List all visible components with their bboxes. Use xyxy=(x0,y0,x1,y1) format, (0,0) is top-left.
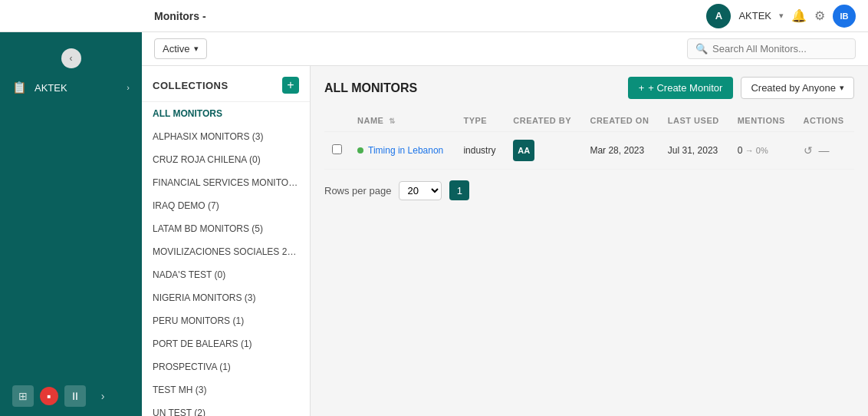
collections-header: COLLECTIONS + xyxy=(142,66,310,102)
plus-icon: + xyxy=(639,82,645,94)
col-actions: ACTIONS xyxy=(796,110,854,132)
row-last-used: Jul 31, 2023 xyxy=(660,132,730,170)
main-content: Active ▾ 🔍 COLLECTIONS + ALL MONITORSALP… xyxy=(142,32,868,416)
collections-panel: COLLECTIONS + ALL MONITORSALPHASIX MONIT… xyxy=(142,66,311,416)
grid-icon-btn[interactable]: ⊞ xyxy=(12,385,34,407)
rows-per-page-label: Rows per page xyxy=(324,185,391,196)
pagination: Rows per page 20 50 100 1 xyxy=(324,180,854,200)
content-area: COLLECTIONS + ALL MONITORSALPHASIX MONIT… xyxy=(142,66,868,416)
topbar-title: Monitors - xyxy=(154,10,206,22)
sort-icon: ⇅ xyxy=(389,117,396,125)
col-name[interactable]: NAME ⇅ xyxy=(350,110,455,132)
search-box[interactable]: 🔍 xyxy=(687,38,856,59)
active-filter-btn[interactable]: Active ▾ xyxy=(154,38,207,59)
username-label: AKTEK xyxy=(738,10,771,21)
col-last-used: LAST USED xyxy=(660,110,730,132)
sidebar-item-label-listen: AKTEK xyxy=(35,82,119,94)
collection-item[interactable]: UN TEST (2) xyxy=(142,401,310,416)
collections-title: COLLECTIONS xyxy=(153,80,229,91)
col-mentions: MENTIONS xyxy=(730,110,796,132)
row-type: industry xyxy=(455,132,505,170)
add-collection-btn[interactable]: + xyxy=(282,77,299,94)
col-type: TYPE xyxy=(455,110,505,132)
row-mentions: 0 → 0% xyxy=(730,132,796,170)
created-by-avatar: AA xyxy=(513,140,534,161)
collection-item[interactable]: TEST MH (3) xyxy=(142,378,310,401)
col-checkbox xyxy=(324,110,350,132)
monitor-name-text[interactable]: Timing in Lebanon xyxy=(368,145,443,156)
search-input[interactable] xyxy=(712,43,847,54)
table-row: Timing in Lebanon industry AA Mar 28, 20… xyxy=(324,132,854,170)
collection-item[interactable]: PORT DE BALEARS (1) xyxy=(142,332,310,355)
col-created-on: CREATED ON xyxy=(582,110,659,132)
collections-list: ALL MONITORSALPHASIX MONITORS (3)CRUZ RO… xyxy=(142,102,310,416)
search-icon: 🔍 xyxy=(695,43,708,54)
collection-item[interactable]: IRAQ DEMO (7) xyxy=(142,194,310,217)
expand-icon-btn[interactable]: › xyxy=(92,385,113,407)
collection-item[interactable]: ALPHASIX MONITORS (3) xyxy=(142,125,310,148)
row-created-on: Mar 28, 2023 xyxy=(582,132,659,170)
bell-icon[interactable]: 🔔 xyxy=(791,8,807,23)
row-name: Timing in Lebanon xyxy=(350,132,455,170)
sidebar-item-listen[interactable]: 📋 AKTEK › xyxy=(0,73,142,102)
status-dot xyxy=(357,147,363,154)
create-monitor-btn[interactable]: + + Create Monitor xyxy=(628,77,734,99)
collection-item[interactable]: CRUZ ROJA CHILENA (0) xyxy=(142,148,310,171)
user-avatar-ib[interactable]: IB xyxy=(833,5,856,28)
collection-item[interactable]: NADA'S TEST (0) xyxy=(142,263,310,286)
listen-icon: 📋 xyxy=(12,81,27,94)
monitors-title: ALL MONITORS xyxy=(324,81,417,95)
collection-item[interactable]: LATAM BD MONITORS (5) xyxy=(142,217,310,240)
record-indicator: ■ xyxy=(40,387,58,405)
chevron-down-icon: ▾ xyxy=(779,11,784,21)
chevron-down-icon: ▾ xyxy=(840,83,844,93)
refresh-icon[interactable]: ↺ xyxy=(804,144,813,157)
sidebar-bottom: ⊞ ■ ⏸ › xyxy=(0,376,142,416)
sidebar: Monitors ‹ 📋 AKTEK › ⊞ ■ ⏸ › xyxy=(0,0,142,416)
row-checkbox[interactable] xyxy=(324,132,350,170)
col-created-by: CREATED BY xyxy=(505,110,582,132)
row-created-by: AA xyxy=(505,132,582,170)
collection-item[interactable]: FINANCIAL SERVICES MONITORS (1) xyxy=(142,171,310,194)
settings-icon[interactable]: ⚙ xyxy=(814,8,825,23)
rows-per-page-select[interactable]: 20 50 100 xyxy=(399,181,442,200)
row-checkbox-input[interactable] xyxy=(332,144,342,154)
collection-item[interactable]: ALL MONITORS xyxy=(142,102,310,125)
chevron-down-icon: ▾ xyxy=(194,44,199,54)
collection-item[interactable]: PERU MONITORS (1) xyxy=(142,309,310,332)
monitors-panel: ALL MONITORS + + Create Monitor Created … xyxy=(311,66,868,416)
collection-item[interactable]: NIGERIA MONITORS (3) xyxy=(142,286,310,309)
record-icon: ■ xyxy=(48,393,51,400)
created-by-label: Created by Anyone xyxy=(751,82,836,94)
create-monitor-label: + Create Monitor xyxy=(648,82,722,94)
chevron-right-icon: › xyxy=(127,83,130,92)
user-avatar-a: A xyxy=(706,4,731,28)
row-actions: ↺ — xyxy=(796,132,854,170)
page-number: 1 xyxy=(449,180,469,200)
more-options-icon[interactable]: — xyxy=(819,144,830,157)
collection-item[interactable]: MOVILIZACIONES SOCIALES 2022 (0) xyxy=(142,240,310,263)
sidebar-collapse-btn[interactable]: ‹ xyxy=(61,48,81,68)
active-label: Active xyxy=(163,43,189,54)
monitors-table: NAME ⇅ TYPE CREATED BY CREATED ON LAST U… xyxy=(324,110,854,170)
pause-icon-btn[interactable]: ⏸ xyxy=(64,385,86,407)
created-by-btn[interactable]: Created by Anyone ▾ xyxy=(741,77,854,99)
topbar: Monitors - A AKTEK ▾ 🔔 ⚙ IB xyxy=(0,0,868,32)
monitors-actions: + + Create Monitor Created by Anyone ▾ xyxy=(628,77,854,99)
collection-item[interactable]: PROSPECTIVA (1) xyxy=(142,355,310,378)
monitors-header: ALL MONITORS + + Create Monitor Created … xyxy=(324,77,854,99)
sub-header: Active ▾ 🔍 xyxy=(142,32,868,66)
